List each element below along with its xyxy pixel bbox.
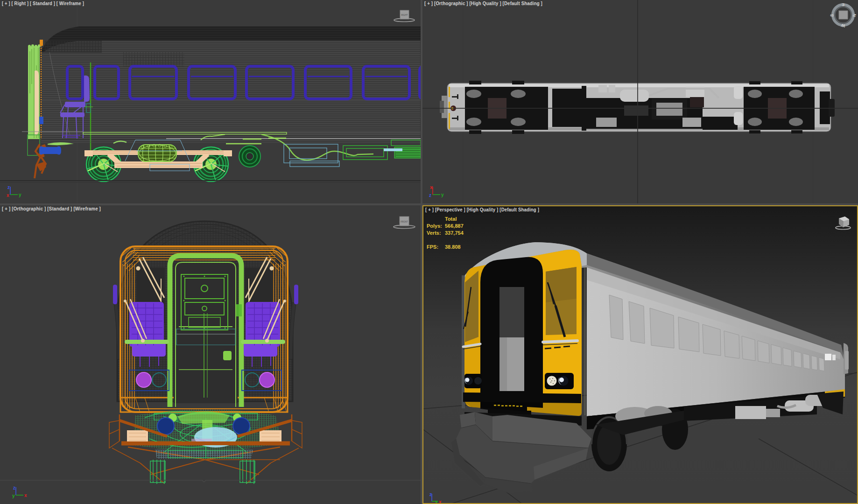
svg-text:z: z <box>429 193 431 198</box>
svg-text:[ + ] [Orthographic ] [Standar: [ + ] [Orthographic ] [Standard ] [Wiref… <box>2 206 101 211</box>
svg-text:38.808: 38.808 <box>445 244 461 250</box>
svg-text:RIGHT: RIGHT <box>401 14 408 16</box>
svg-text:[ + ] [ Right ] [ Standard ] [: [ + ] [ Right ] [ Standard ] [ Wireframe… <box>2 0 84 6</box>
svg-text:x: x <box>24 493 27 498</box>
svg-text:Verts:: Verts: <box>427 230 441 236</box>
svg-text:FRONT: FRONT <box>401 221 408 223</box>
svg-text:z: z <box>13 485 15 490</box>
svg-text:566,887: 566,887 <box>445 223 464 229</box>
svg-text:E: E <box>842 2 844 7</box>
svg-text:Total: Total <box>445 216 457 222</box>
svg-text:[ + ] [Perspective ] [High Qua: [ + ] [Perspective ] [High Quality ] [De… <box>425 207 539 212</box>
svg-text:x: x <box>7 193 9 198</box>
svg-text:Polys:: Polys: <box>427 223 442 229</box>
svg-text:FPS:: FPS: <box>427 244 438 250</box>
svg-text:z: z <box>7 185 10 190</box>
svg-text:y: y <box>12 493 15 498</box>
svg-text:y: y <box>19 192 21 197</box>
svg-text:y: y <box>441 192 444 197</box>
svg-text:337,754: 337,754 <box>445 230 464 236</box>
svg-text:[ + ] [Orthographic ] [High Qu: [ + ] [Orthographic ] [High Quality ] [D… <box>424 0 542 6</box>
svg-text:x: x <box>430 185 433 190</box>
svg-text:z: z <box>429 492 432 497</box>
